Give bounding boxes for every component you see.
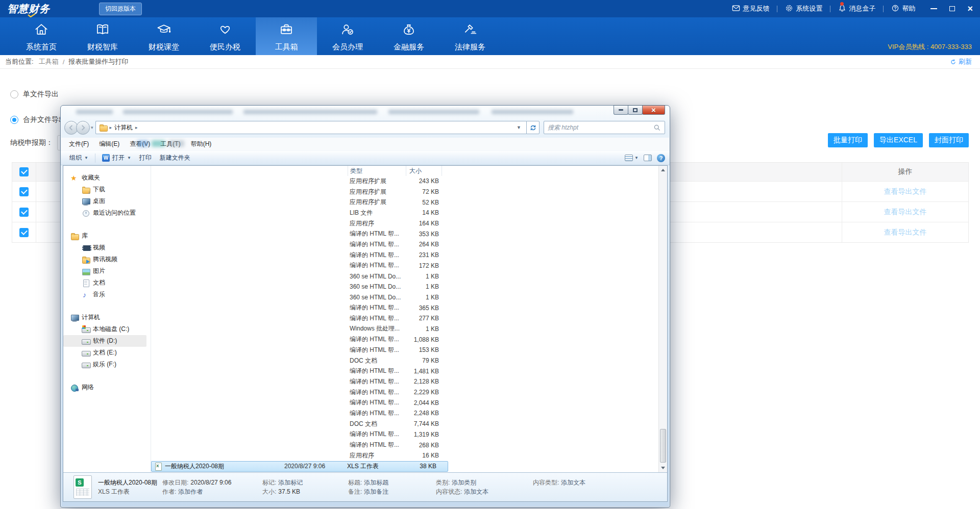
dialog-titlebar[interactable]: × bbox=[61, 106, 670, 117]
select-all-checkbox[interactable] bbox=[19, 167, 29, 176]
sidebar-item-recent[interactable]: 最近访问的位置 bbox=[63, 207, 151, 219]
maximize-button[interactable] bbox=[949, 6, 955, 11]
nav-item-course[interactable]: 财税课堂 bbox=[133, 17, 194, 55]
file-row[interactable]: 360 se HTML Do...1 KB bbox=[151, 282, 658, 292]
dialog-minimize-button[interactable] bbox=[614, 105, 628, 115]
switch-version-button[interactable]: 切回原版本 bbox=[99, 3, 142, 15]
file-row[interactable]: 编译的 HTML 帮...277 KB bbox=[151, 313, 658, 324]
details-field-value[interactable]: 添加文本 bbox=[464, 488, 488, 495]
sidebar-item-disk[interactable]: 软件 (D:) bbox=[63, 335, 146, 347]
details-field-value[interactable]: 添加类别 bbox=[452, 479, 476, 486]
sidebar-item-disk-c[interactable]: 本地磁盘 (C:) bbox=[63, 323, 151, 335]
address-refresh-button[interactable] bbox=[526, 121, 540, 134]
file-row[interactable]: 应用程序扩展243 KB bbox=[151, 176, 658, 187]
column-header-size[interactable]: 大小 bbox=[406, 166, 442, 176]
menu-help[interactable]: 帮助(H) bbox=[186, 138, 217, 150]
nav-item-library[interactable]: 财税智库 bbox=[72, 17, 133, 55]
file-row[interactable]: 编译的 HTML 帮...2,044 KB bbox=[151, 397, 658, 408]
scroll-down-icon[interactable] bbox=[660, 464, 666, 472]
file-row[interactable]: 编译的 HTML 帮...231 KB bbox=[151, 250, 658, 261]
sidebar-item-network[interactable]: 网络 bbox=[63, 381, 151, 393]
row-checkbox[interactable] bbox=[19, 228, 29, 237]
file-row[interactable]: 编译的 HTML 帮...1,088 KB bbox=[151, 334, 658, 345]
preview-pane-icon[interactable] bbox=[644, 155, 652, 161]
nav-item-member[interactable]: 会员办理 bbox=[317, 17, 378, 55]
sidebar-item-desktop[interactable]: 桌面 bbox=[63, 195, 151, 207]
radio-merge-file[interactable]: 合并文件导出 bbox=[10, 115, 66, 124]
print-button[interactable]: 打印 bbox=[135, 152, 156, 164]
file-row[interactable]: 编译的 HTML 帮...365 KB bbox=[151, 302, 658, 313]
view-mode-button[interactable]: ▼ bbox=[625, 155, 639, 161]
address-dropdown-icon[interactable]: ▼ bbox=[514, 125, 523, 130]
file-row[interactable]: Windows 批处理...1 KB bbox=[151, 324, 658, 335]
file-row[interactable]: 应用程序16 KB bbox=[151, 450, 658, 461]
file-row[interactable]: 编译的 HTML 帮...2,248 KB bbox=[151, 408, 658, 419]
details-field-value[interactable]: 添加标记 bbox=[278, 479, 303, 486]
dialog-maximize-button[interactable] bbox=[628, 105, 643, 115]
cover-print-button[interactable]: 封面打印 bbox=[929, 133, 969, 147]
radio-single-file[interactable]: 单文件导出 bbox=[10, 90, 59, 99]
details-field-value[interactable]: 添加备注 bbox=[364, 488, 388, 495]
help-icon[interactable]: ? bbox=[657, 154, 665, 162]
sidebar-item-download[interactable]: ↓下载 bbox=[63, 184, 151, 195]
file-row[interactable]: 360 se HTML Do...1 KB bbox=[151, 292, 658, 303]
topbar-menu-item-feedback[interactable]: 意见反馈 bbox=[731, 4, 770, 14]
column-header-type[interactable]: 类型 bbox=[348, 166, 406, 176]
nav-item-home[interactable]: 系统首页 bbox=[11, 17, 72, 55]
topbar-menu-item-bell[interactable]: 消息盒子 bbox=[837, 4, 876, 14]
sidebar-item-pic[interactable]: 图片 bbox=[63, 265, 151, 277]
close-button[interactable]: × bbox=[967, 5, 973, 12]
history-dropdown-icon[interactable]: ▾ bbox=[91, 125, 93, 130]
file-row[interactable]: DOC 文档7,744 KB bbox=[151, 419, 658, 429]
file-list-scrollbar[interactable] bbox=[658, 166, 667, 472]
address-location[interactable]: 计算机 bbox=[114, 123, 133, 132]
topbar-menu-item-gear[interactable]: 系统设置 bbox=[784, 4, 823, 14]
nav-item-finance[interactable]: 金融服务 bbox=[378, 17, 439, 55]
details-field-value[interactable]: 添加文本 bbox=[561, 479, 585, 486]
file-row[interactable]: 编译的 HTML 帮...2,229 KB bbox=[151, 387, 658, 398]
file-row[interactable]: 编译的 HTML 帮...353 KB bbox=[151, 228, 658, 239]
file-row[interactable]: 编译的 HTML 帮...268 KB bbox=[151, 440, 658, 450]
file-row[interactable]: 应用程序扩展72 KB bbox=[151, 187, 658, 197]
row-checkbox[interactable] bbox=[19, 187, 29, 196]
sidebar-item-video[interactable]: 视频 bbox=[63, 242, 151, 253]
sidebar-item-computer[interactable]: 计算机 bbox=[63, 312, 151, 323]
file-row[interactable]: 编译的 HTML 帮...153 KB bbox=[151, 345, 658, 355]
view-export-file-link[interactable]: 查看导出文件 bbox=[884, 228, 927, 237]
sidebar-item-txvideo[interactable]: 腾讯视频 bbox=[63, 253, 151, 265]
search-box[interactable] bbox=[544, 121, 665, 134]
file-row[interactable]: 编译的 HTML 帮...172 KB bbox=[151, 261, 658, 271]
file-row[interactable]: LIB 文件14 KB bbox=[151, 208, 658, 218]
radio-merge-file-circle[interactable] bbox=[10, 116, 18, 124]
open-button[interactable]: W 打开 ▼ bbox=[98, 152, 135, 164]
nav-item-toolbox[interactable]: 工具箱 bbox=[256, 17, 317, 55]
sidebar-item-lib[interactable]: 库 bbox=[63, 230, 151, 242]
address-box[interactable]: ▸ 计算机 ▸ ▼ bbox=[95, 121, 526, 134]
scroll-up-icon[interactable] bbox=[660, 166, 666, 174]
file-row[interactable]: 编译的 HTML 帮...2,128 KB bbox=[151, 376, 658, 387]
sidebar-item-music[interactable]: 音乐 bbox=[63, 289, 151, 300]
export-excel-button[interactable]: 导出EXCEL bbox=[874, 133, 923, 147]
details-field-value[interactable]: 添加作者 bbox=[178, 488, 203, 495]
file-row[interactable]: 应用程序扩展52 KB bbox=[151, 197, 658, 208]
forward-button[interactable] bbox=[76, 121, 90, 135]
menu-file[interactable]: 文件(F) bbox=[64, 138, 94, 150]
menu-edit[interactable]: 编辑(E) bbox=[94, 138, 125, 150]
nav-item-legal[interactable]: 法律服务 bbox=[439, 17, 501, 55]
search-input[interactable] bbox=[548, 124, 653, 131]
file-row[interactable]: 编译的 HTML 帮...264 KB bbox=[151, 239, 658, 250]
file-row[interactable]: 360 se HTML Do...1 KB bbox=[151, 271, 658, 282]
sidebar-item-star[interactable]: 收藏夹 bbox=[63, 172, 151, 184]
file-row[interactable]: 应用程序164 KB bbox=[151, 218, 658, 229]
selected-file-row[interactable]: 一般纳税人2020-08期 2020/8/27 9:06 XLS 工作表 38 … bbox=[151, 461, 448, 472]
topbar-menu-item-help[interactable]: 帮助 bbox=[890, 4, 916, 14]
scrollbar-thumb[interactable] bbox=[660, 429, 666, 463]
file-row[interactable]: DOC 文档79 KB bbox=[151, 355, 658, 366]
view-export-file-link[interactable]: 查看导出文件 bbox=[884, 208, 927, 217]
file-row[interactable]: 编译的 HTML 帮...1,319 KB bbox=[151, 429, 658, 440]
minimize-button[interactable] bbox=[930, 8, 937, 9]
nav-item-convenience[interactable]: 便民办税 bbox=[194, 17, 256, 55]
radio-single-file-circle[interactable] bbox=[10, 90, 18, 98]
file-row[interactable]: 编译的 HTML 帮...1,481 KB bbox=[151, 366, 658, 376]
breadcrumb-parent[interactable]: 工具箱 bbox=[39, 57, 59, 66]
